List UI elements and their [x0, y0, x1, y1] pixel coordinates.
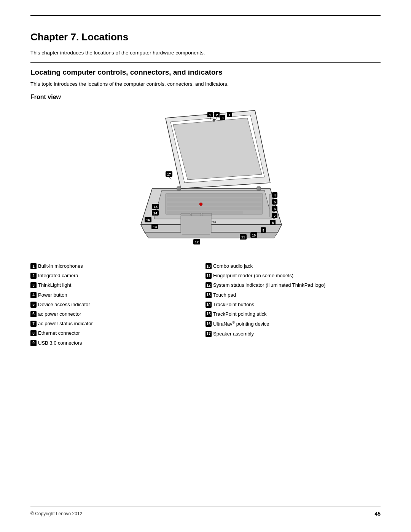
legend-item-11: 11 Fingerprint reader (on some models) [206, 272, 381, 279]
svg-text:5: 5 [274, 200, 276, 204]
legend-item-10: 10 Combo audio jack [206, 263, 381, 270]
svg-text:11: 11 [241, 235, 245, 239]
legend-right-col: 10 Combo audio jack 11 Fingerprint reade… [206, 263, 381, 349]
badge-15: 15 [206, 311, 212, 317]
svg-text:13: 13 [153, 225, 157, 229]
svg-rect-19 [191, 213, 201, 216]
legend-text-11: Fingerprint reader (on some models) [213, 272, 293, 279]
svg-text:6: 6 [274, 207, 276, 211]
legend-item-3: 3 ThinkLight light [30, 282, 206, 289]
legend-text-7: ac power status indicator [38, 320, 93, 327]
legend-text-4: Power button [38, 292, 67, 299]
legend-text-10: Combo audio jack [213, 263, 253, 270]
legend-item-2: 2 Integrated camera [30, 272, 206, 279]
badge-12: 12 [206, 282, 212, 288]
legend-text-16: UltraNav® pointing device [213, 320, 269, 328]
svg-text:12: 12 [195, 240, 199, 244]
section-title: Locating computer controls, connectors, … [30, 68, 381, 77]
svg-text:9: 9 [262, 228, 264, 232]
svg-text:7: 7 [274, 214, 276, 218]
svg-text:17: 17 [167, 173, 171, 176]
badge-4: 4 [30, 292, 37, 298]
legend-left-col: 1 Built-in microphones 2 Integrated came… [30, 263, 206, 349]
section-intro: This topic introduces the locations of t… [30, 81, 381, 87]
legend-item-8: 8 Ethernet connector [30, 330, 206, 337]
legend-text-14: TrackPoint buttons [213, 301, 254, 308]
svg-marker-2 [173, 118, 262, 180]
legend-text-13: Touch pad [213, 292, 236, 299]
svg-text:10: 10 [252, 233, 256, 237]
badge-11: 11 [206, 273, 212, 279]
svg-text:14: 14 [153, 211, 157, 215]
svg-rect-14 [257, 187, 261, 190]
laptop-diagram: ThinkPad 1 2 [107, 107, 304, 251]
badge-6: 6 [30, 311, 37, 317]
legend-text-2: Integrated camera [38, 272, 78, 279]
legend-item-9: 9 USB 3.0 connectors [30, 340, 206, 347]
badge-16: 16 [206, 321, 212, 327]
legend-text-15: TrackPoint pointing stick [213, 311, 266, 318]
legend-item-16: 16 UltraNav® pointing device [206, 320, 381, 328]
svg-rect-8 [167, 203, 261, 206]
badge-3: 3 [30, 282, 37, 288]
legend-text-5: Device access indicator [38, 301, 90, 308]
footer-copyright: © Copyright Lenovo 2012 [30, 511, 82, 516]
svg-rect-6 [167, 194, 261, 197]
badge-9: 9 [30, 340, 37, 346]
subsection-title: Front view [30, 94, 381, 101]
svg-line-65 [169, 177, 171, 180]
legend-text-12: System status indicator (illuminated Thi… [213, 282, 325, 289]
legend-item-4: 4 Power button [30, 292, 206, 299]
svg-rect-18 [181, 213, 190, 216]
legend-text-3: ThinkLight light [38, 282, 71, 289]
svg-text:16: 16 [146, 218, 150, 222]
badge-13: 13 [206, 292, 212, 298]
laptop-diagram-container: ThinkPad 1 2 [30, 107, 381, 251]
legend-item-13: 13 Touch pad [206, 292, 381, 299]
badge-2: 2 [30, 273, 37, 279]
svg-text:1: 1 [228, 113, 230, 117]
svg-rect-17 [181, 215, 211, 234]
legend-item-6: 6 ac power connector [30, 311, 206, 318]
badge-10: 10 [206, 263, 212, 269]
svg-text:3: 3 [221, 116, 223, 120]
legend-item-5: 5 Device access indicator [30, 301, 206, 308]
badge-14: 14 [206, 302, 212, 308]
svg-text:8: 8 [272, 221, 274, 225]
svg-point-22 [213, 119, 215, 121]
footer-page-number: 45 [374, 511, 381, 517]
page-content: Chapter 7. Locations This chapter introd… [0, 16, 411, 391]
chapter-intro: This chapter introduces the locations of… [30, 50, 381, 56]
legend-item-15: 15 TrackPoint pointing stick [206, 311, 381, 318]
legend-item-7: 7 ac power status indicator [30, 320, 206, 327]
badge-7: 7 [30, 321, 37, 327]
legend-item-1: 1 Built-in microphones [30, 263, 206, 270]
svg-text:15: 15 [154, 205, 158, 209]
svg-text:4: 4 [274, 193, 276, 197]
legend-item-14: 14 TrackPoint buttons [206, 301, 381, 308]
legend-container: 1 Built-in microphones 2 Integrated came… [30, 263, 381, 349]
svg-text:2: 2 [216, 113, 218, 117]
footer: © Copyright Lenovo 2012 45 [30, 506, 381, 517]
svg-rect-20 [202, 213, 212, 216]
legend-text-8: Ethernet connector [38, 330, 80, 337]
badge-17: 17 [206, 331, 212, 337]
legend-text-9: USB 3.0 connectors [38, 340, 82, 347]
laptop-svg: ThinkPad 1 2 [107, 107, 304, 251]
legend-item-17: 17 Speaker assembly [206, 331, 381, 337]
svg-rect-7 [167, 198, 261, 201]
svg-rect-9 [167, 207, 261, 210]
svg-text:1: 1 [209, 113, 211, 117]
badge-5: 5 [30, 302, 37, 308]
badge-8: 8 [30, 330, 37, 336]
svg-point-16 [199, 203, 202, 206]
legend-text-1: Built-in microphones [38, 263, 83, 270]
svg-rect-13 [177, 187, 181, 190]
legend-text-6: ac power connector [38, 311, 81, 318]
legend-text-17: Speaker assembly [213, 331, 254, 337]
section-rule [30, 62, 381, 63]
badge-1: 1 [30, 263, 37, 269]
legend-item-12: 12 System status indicator (illuminated … [206, 282, 381, 289]
chapter-title: Chapter 7. Locations [30, 31, 381, 43]
